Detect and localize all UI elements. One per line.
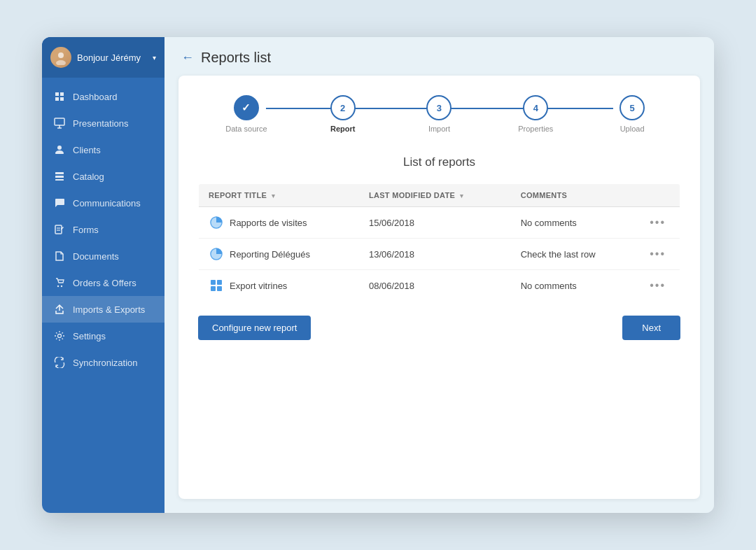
user-header[interactable]: Bonjour Jérémy ▾ bbox=[42, 37, 164, 78]
step-circle-2: 2 bbox=[330, 95, 356, 120]
step-data-source: ✓ Data source bbox=[198, 95, 295, 133]
avatar-image bbox=[50, 47, 71, 68]
report-title-cell: Rapports de visites bbox=[199, 207, 359, 239]
more-options-button[interactable]: ••• bbox=[645, 215, 670, 230]
step-circle-1: ✓ bbox=[234, 95, 259, 120]
step-upload: 5 Upload bbox=[584, 95, 680, 133]
sidebar-label-communications: Communications bbox=[73, 198, 141, 209]
sidebar-item-orders[interactable]: Orders & Offers bbox=[42, 269, 164, 296]
step-label-3: Import bbox=[428, 125, 450, 133]
table-body: Rapports de visites 15/06/2018 No commen… bbox=[199, 207, 680, 302]
step-properties: 4 Properties bbox=[487, 95, 584, 133]
step-label-2: Report bbox=[330, 125, 355, 133]
page-title: Reports list bbox=[201, 50, 271, 66]
sidebar: Bonjour Jérémy ▾ Dashboard Presentations bbox=[42, 37, 164, 513]
table-head: REPORT TITLE ▾ LAST MODIFIED DATE ▾ COMM… bbox=[199, 184, 680, 207]
report-title-cell: Reporting Délégués bbox=[199, 239, 359, 270]
sidebar-label-imports: Imports & Exports bbox=[73, 304, 145, 315]
card-footer: Configure new report Next bbox=[198, 316, 680, 340]
report-date-cell: 13/06/2018 bbox=[359, 239, 511, 270]
svg-point-1 bbox=[56, 60, 66, 65]
back-button[interactable]: ← bbox=[181, 50, 194, 65]
main-content: ← Reports list ✓ Data source 2 Report bbox=[164, 37, 714, 513]
sidebar-item-dashboard[interactable]: Dashboard bbox=[42, 83, 164, 110]
avatar bbox=[50, 47, 71, 68]
report-actions-cell: ••• bbox=[636, 207, 680, 239]
sidebar-label-sync: Synchronization bbox=[73, 358, 138, 368]
chevron-down-icon: ▾ bbox=[153, 54, 156, 62]
more-options-button[interactable]: ••• bbox=[645, 278, 670, 293]
step-number-5: 5 bbox=[629, 103, 634, 113]
step-number-4: 4 bbox=[533, 103, 538, 113]
clients-icon bbox=[53, 143, 66, 156]
svg-point-11 bbox=[57, 285, 59, 287]
sidebar-item-presentations[interactable]: Presentations bbox=[42, 110, 164, 136]
reports-table: REPORT TITLE ▾ LAST MODIFIED DATE ▾ COMM… bbox=[198, 183, 680, 302]
svg-point-14 bbox=[58, 334, 62, 338]
table-row[interactable]: Rapports de visites 15/06/2018 No commen… bbox=[199, 207, 680, 239]
report-comments-cell: No comments bbox=[511, 270, 636, 302]
main-card: ✓ Data source 2 Report 3 Import bbox=[178, 76, 700, 499]
sidebar-item-communications[interactable]: Communications bbox=[42, 190, 164, 216]
sidebar-item-imports[interactable]: Imports & Exports bbox=[42, 296, 164, 323]
stepper: ✓ Data source 2 Report 3 Import bbox=[198, 95, 680, 133]
step-circle-3: 3 bbox=[426, 95, 451, 120]
report-date-cell: 08/06/2018 bbox=[359, 270, 511, 302]
svg-rect-19 bbox=[211, 286, 216, 291]
grid-icon bbox=[209, 278, 224, 293]
sidebar-item-sync[interactable]: Synchronization bbox=[42, 349, 164, 376]
sort-icon-date: ▾ bbox=[460, 192, 463, 199]
sidebar-item-forms[interactable]: Forms bbox=[42, 216, 164, 243]
svg-point-0 bbox=[58, 52, 64, 58]
svg-rect-17 bbox=[211, 280, 216, 285]
table-row[interactable]: Export vitrines 08/06/2018 No comments •… bbox=[199, 270, 680, 302]
svg-rect-8 bbox=[55, 225, 62, 234]
step-circle-5: 5 bbox=[620, 95, 645, 120]
section-title: List of reports bbox=[198, 155, 680, 169]
sidebar-label-settings: Settings bbox=[73, 331, 106, 341]
step-label-4: Properties bbox=[518, 125, 553, 133]
col-header-actions bbox=[636, 184, 680, 207]
sidebar-item-clients[interactable]: Clients bbox=[42, 136, 164, 163]
col-header-comments: COMMENTS bbox=[511, 184, 636, 207]
more-options-button[interactable]: ••• bbox=[645, 246, 670, 262]
step-report: 2 Report bbox=[295, 95, 391, 133]
settings-icon bbox=[53, 330, 66, 342]
svg-point-12 bbox=[61, 285, 62, 287]
presentations-icon bbox=[53, 117, 66, 129]
configure-new-report-button[interactable]: Configure new report bbox=[198, 316, 311, 340]
col-header-date[interactable]: LAST MODIFIED DATE ▾ bbox=[359, 184, 511, 207]
sidebar-label-presentations: Presentations bbox=[73, 118, 129, 129]
table-row[interactable]: Reporting Délégués 13/06/2018 Check the … bbox=[199, 239, 680, 270]
communications-icon bbox=[53, 197, 66, 209]
sidebar-username: Bonjour Jérémy bbox=[77, 52, 147, 63]
sidebar-item-documents[interactable]: Documents bbox=[42, 243, 164, 269]
step-number-3: 3 bbox=[437, 103, 442, 113]
report-comments-cell: No comments bbox=[511, 207, 636, 239]
sync-icon bbox=[53, 356, 66, 369]
step-label-5: Upload bbox=[620, 125, 645, 133]
sidebar-nav: Dashboard Presentations Clients bbox=[42, 78, 164, 513]
step-circle-4: 4 bbox=[523, 95, 548, 120]
sidebar-label-catalog: Catalog bbox=[73, 171, 104, 182]
step-number-2: 2 bbox=[340, 103, 345, 113]
documents-icon bbox=[53, 250, 66, 262]
report-actions-cell: ••• bbox=[636, 270, 680, 302]
report-date-cell: 15/06/2018 bbox=[359, 207, 511, 239]
svg-rect-18 bbox=[217, 280, 222, 285]
sidebar-item-catalog[interactable]: Catalog bbox=[42, 163, 164, 190]
report-comments-cell: Check the last row bbox=[511, 239, 636, 270]
svg-rect-2 bbox=[55, 118, 64, 125]
sidebar-label-clients: Clients bbox=[73, 145, 101, 155]
catalog-icon bbox=[53, 170, 66, 183]
step-label-1: Data source bbox=[225, 125, 267, 133]
svg-rect-6 bbox=[55, 176, 64, 178]
checkmark-icon: ✓ bbox=[241, 101, 251, 114]
report-actions-cell: ••• bbox=[636, 239, 680, 270]
report-title-cell: Export vitrines bbox=[199, 270, 359, 302]
sidebar-item-settings[interactable]: Settings bbox=[42, 323, 164, 349]
col-header-title[interactable]: REPORT TITLE ▾ bbox=[199, 184, 359, 207]
next-button[interactable]: Next bbox=[622, 316, 680, 340]
dashboard-icon bbox=[53, 90, 66, 103]
sidebar-label-orders: Orders & Offers bbox=[73, 278, 136, 288]
